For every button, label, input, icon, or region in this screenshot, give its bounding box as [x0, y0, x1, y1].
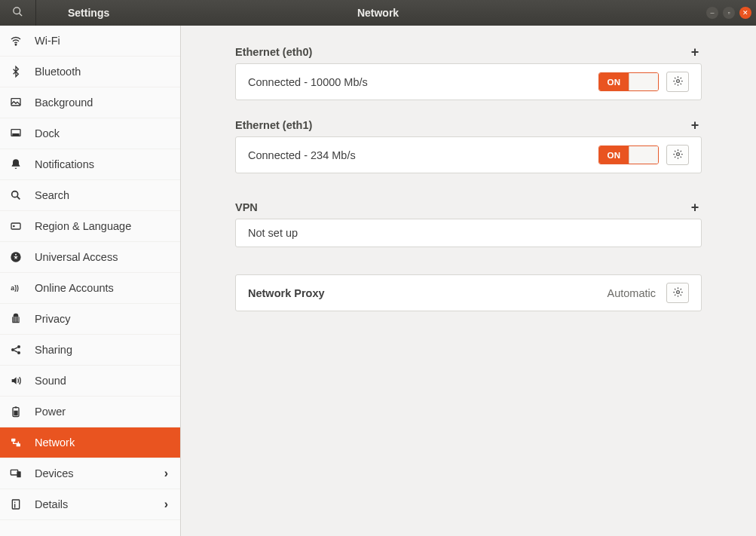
gear-icon — [672, 75, 684, 89]
sound-icon — [9, 374, 23, 387]
wifi-icon — [9, 34, 23, 47]
ethernet0-title: Ethernet (eth0) — [235, 46, 312, 58]
background-icon — [9, 96, 23, 109]
vpn-title: VPN — [235, 201, 258, 213]
toggle-knob — [629, 73, 658, 90]
bluetooth-icon — [9, 65, 23, 78]
svg-rect-20 — [11, 439, 15, 442]
ethernet0-toggle[interactable]: ON — [598, 72, 659, 91]
privacy-icon — [9, 312, 23, 326]
sidebar-item-sound[interactable]: Sound — [0, 366, 180, 397]
sidebar-item-privacy[interactable]: Privacy — [0, 304, 180, 335]
svg-line-1 — [20, 14, 22, 16]
sidebar-item-label: Universal Access — [35, 251, 171, 263]
sidebar-item-label: Devices — [35, 467, 152, 479]
chevron-right-icon: › — [164, 498, 168, 511]
svg-point-15 — [17, 345, 20, 348]
sidebar-item-power[interactable]: Power — [0, 397, 180, 427]
sidebar-item-label: Region & Language — [35, 220, 171, 232]
toggle-knob — [629, 146, 658, 164]
page-title: Network — [0, 7, 756, 19]
details-icon — [9, 498, 23, 511]
svg-point-16 — [17, 351, 20, 354]
window-minimize-button[interactable]: – — [706, 7, 718, 19]
ethernet1-row: Connected - 234 Mb/s ON — [235, 136, 702, 173]
power-icon — [9, 405, 23, 418]
proxy-title: Network Proxy — [248, 287, 608, 299]
search-button[interactable] — [0, 0, 36, 26]
sidebar-item-notifications[interactable]: Notifications — [0, 149, 180, 180]
sidebar-item-background[interactable]: Background — [0, 87, 180, 118]
svg-rect-25 — [14, 502, 15, 503]
search-icon — [12, 6, 23, 20]
vpn-status: Not set up — [248, 227, 689, 239]
sidebar-item-sharing[interactable]: Sharing — [0, 335, 180, 366]
sidebar-item-online-accounts[interactable]: a)) Online Accounts — [0, 273, 180, 304]
app-name: Settings — [68, 7, 109, 19]
sidebar-item-label: Background — [35, 96, 171, 109]
search-icon — [9, 188, 23, 202]
sidebar-item-label: Search — [35, 189, 171, 201]
accounts-icon: a)) — [9, 281, 23, 295]
svg-point-14 — [11, 348, 14, 351]
sidebar-item-label: Power — [35, 406, 171, 418]
sidebar-item-details[interactable]: Details › — [0, 489, 180, 520]
svg-line-7 — [17, 197, 20, 200]
ethernet0-row: Connected - 10000 Mb/s ON — [235, 63, 702, 100]
sidebar-item-label: Details — [35, 498, 152, 510]
sidebar-item-label: Notifications — [35, 158, 171, 170]
sidebar-item-label: Sharing — [35, 344, 171, 356]
svg-point-0 — [14, 8, 20, 14]
region-icon — [9, 219, 23, 233]
devices-icon — [9, 467, 23, 480]
sidebar-item-wifi[interactable]: Wi-Fi — [0, 26, 180, 57]
svg-point-27 — [676, 79, 679, 82]
toggle-on-label: ON — [599, 146, 629, 164]
window-maximize-button[interactable]: ▫ — [723, 7, 735, 19]
sidebar-item-accessibility[interactable]: Universal Access — [0, 242, 180, 273]
sidebar-item-dock[interactable]: Dock — [0, 118, 180, 149]
window-close-button[interactable]: ✕ — [739, 7, 751, 19]
svg-rect-24 — [12, 500, 19, 509]
gear-icon — [672, 286, 684, 300]
ethernet0-status: Connected - 10000 Mb/s — [248, 76, 598, 88]
svg-rect-23 — [17, 471, 20, 477]
sidebar-item-search[interactable]: Search — [0, 180, 180, 211]
svg-point-29 — [676, 290, 679, 293]
dock-icon — [9, 127, 23, 140]
sidebar-item-bluetooth[interactable]: Bluetooth — [0, 57, 180, 87]
vpn-row: Not set up — [235, 219, 702, 247]
sidebar: Wi-Fi Bluetooth Background Dock — [0, 26, 181, 536]
svg-rect-8 — [11, 223, 20, 229]
svg-point-9 — [13, 225, 15, 228]
ethernet1-settings-button[interactable] — [666, 145, 689, 165]
bell-icon — [9, 158, 23, 171]
sidebar-item-network[interactable]: Network — [0, 427, 180, 458]
svg-rect-5 — [13, 134, 19, 136]
sidebar-item-label: Privacy — [35, 313, 171, 325]
add-vpn-button[interactable]: + — [688, 201, 702, 214]
svg-point-6 — [12, 191, 18, 198]
sidebar-item-devices[interactable]: Devices › — [0, 458, 180, 489]
titlebar: Settings Network – ▫ ✕ — [0, 0, 756, 26]
svg-point-2 — [15, 44, 17, 46]
add-ethernet0-button[interactable]: + — [688, 45, 702, 59]
sidebar-item-label: Network — [35, 436, 171, 449]
sidebar-item-label: Bluetooth — [35, 66, 171, 78]
proxy-value: Automatic — [608, 287, 656, 299]
proxy-row: Network Proxy Automatic — [235, 274, 702, 311]
svg-rect-22 — [11, 470, 17, 475]
svg-rect-18 — [15, 406, 17, 408]
ethernet1-title: Ethernet (eth1) — [235, 119, 312, 131]
ethernet1-toggle[interactable]: ON — [598, 145, 659, 164]
svg-point-28 — [676, 152, 679, 155]
content-pane: Ethernet (eth0) + Connected - 10000 Mb/s… — [181, 26, 756, 536]
add-ethernet1-button[interactable]: + — [688, 118, 702, 132]
sidebar-item-label: Dock — [35, 127, 171, 139]
accessibility-icon — [9, 250, 23, 264]
sidebar-item-region[interactable]: Region & Language — [0, 211, 180, 242]
gear-icon — [672, 149, 684, 162]
proxy-settings-button[interactable] — [666, 283, 689, 303]
svg-point-11 — [15, 254, 17, 256]
ethernet0-settings-button[interactable] — [666, 72, 689, 92]
